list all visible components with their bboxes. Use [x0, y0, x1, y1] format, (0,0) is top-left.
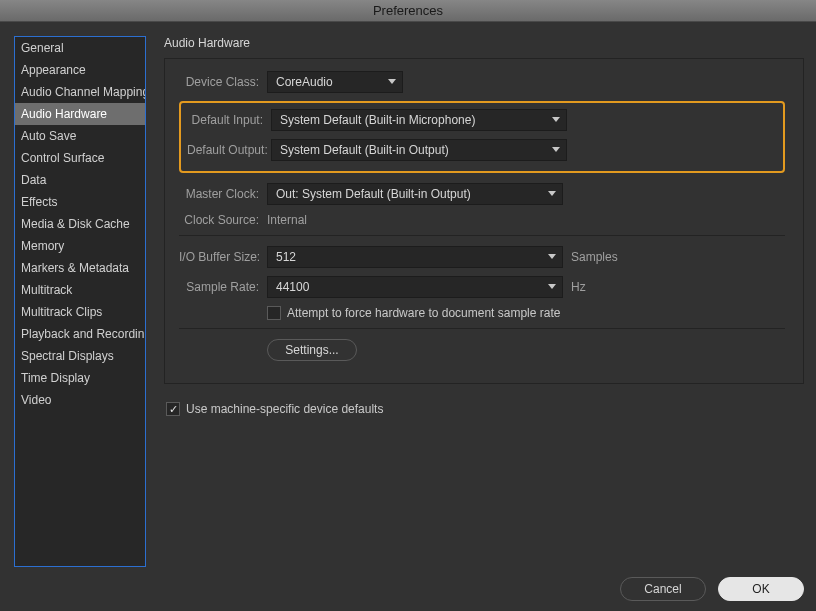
force-hw-checkbox[interactable]	[267, 306, 281, 320]
cancel-button-label: Cancel	[644, 582, 681, 596]
sidebar-item-playback-and-recording[interactable]: Playback and Recording	[15, 323, 145, 345]
svg-marker-0	[388, 79, 396, 84]
row-machine-defaults: Use machine-specific device defaults	[166, 402, 804, 416]
chevron-down-icon	[548, 284, 556, 290]
row-io-buffer: I/O Buffer Size: 512 Samples	[179, 246, 785, 268]
default-input-dropdown[interactable]: System Default (Built-in Microphone)	[271, 109, 567, 131]
sidebar-item-spectral-displays[interactable]: Spectral Displays	[15, 345, 145, 367]
settings-button[interactable]: Settings...	[267, 339, 357, 361]
window-title: Preferences	[373, 3, 443, 18]
row-device-class: Device Class: CoreAudio	[179, 71, 785, 93]
sample-rate-dropdown[interactable]: 44100	[267, 276, 563, 298]
row-force-hw: Attempt to force hardware to document sa…	[179, 306, 785, 320]
row-default-input: Default Input: System Default (Built-in …	[187, 109, 775, 131]
titlebar: Preferences	[0, 0, 816, 22]
machine-defaults-label: Use machine-specific device defaults	[186, 402, 383, 416]
row-default-output: Default Output: System Default (Built-in…	[187, 139, 775, 161]
io-buffer-value: 512	[276, 250, 296, 264]
master-clock-dropdown[interactable]: Out: System Default (Built-in Output)	[267, 183, 563, 205]
io-buffer-dropdown[interactable]: 512	[267, 246, 563, 268]
chevron-down-icon	[552, 147, 560, 153]
ok-button[interactable]: OK	[718, 577, 804, 601]
svg-marker-1	[552, 117, 560, 122]
columns: GeneralAppearanceAudio Channel MappingAu…	[14, 36, 804, 567]
sidebar-item-effects[interactable]: Effects	[15, 191, 145, 213]
io-buffer-suffix: Samples	[571, 250, 618, 264]
cancel-button[interactable]: Cancel	[620, 577, 706, 601]
clock-source-value: Internal	[267, 213, 307, 227]
device-class-value: CoreAudio	[276, 75, 333, 89]
io-highlight-box: Default Input: System Default (Built-in …	[179, 101, 785, 173]
sidebar-item-media-disk-cache[interactable]: Media & Disk Cache	[15, 213, 145, 235]
default-output-value: System Default (Built-in Output)	[280, 143, 449, 157]
row-settings: Settings...	[179, 339, 785, 361]
sidebar-item-audio-channel-mapping[interactable]: Audio Channel Mapping	[15, 81, 145, 103]
default-output-label: Default Output:	[187, 143, 271, 157]
chevron-down-icon	[388, 79, 396, 85]
svg-marker-2	[552, 147, 560, 152]
device-class-dropdown[interactable]: CoreAudio	[267, 71, 403, 93]
device-class-label: Device Class:	[179, 75, 267, 89]
sidebar-item-auto-save[interactable]: Auto Save	[15, 125, 145, 147]
sidebar-item-video[interactable]: Video	[15, 389, 145, 411]
default-input-label: Default Input:	[187, 113, 271, 127]
master-clock-label: Master Clock:	[179, 187, 267, 201]
master-clock-value: Out: System Default (Built-in Output)	[276, 187, 471, 201]
sample-rate-suffix: Hz	[571, 280, 586, 294]
separator	[179, 235, 785, 236]
chevron-down-icon	[552, 117, 560, 123]
sidebar-item-multitrack[interactable]: Multitrack	[15, 279, 145, 301]
clock-source-label: Clock Source:	[179, 213, 267, 227]
sidebar-item-memory[interactable]: Memory	[15, 235, 145, 257]
chevron-down-icon	[548, 191, 556, 197]
sidebar-item-general[interactable]: General	[15, 37, 145, 59]
force-hw-label: Attempt to force hardware to document sa…	[287, 306, 560, 320]
sample-rate-value: 44100	[276, 280, 309, 294]
machine-defaults-checkbox[interactable]	[166, 402, 180, 416]
separator	[179, 328, 785, 329]
category-sidebar: GeneralAppearanceAudio Channel MappingAu…	[14, 36, 146, 567]
sidebar-item-control-surface[interactable]: Control Surface	[15, 147, 145, 169]
row-master-clock: Master Clock: Out: System Default (Built…	[179, 183, 785, 205]
dialog-footer: Cancel OK	[14, 567, 804, 601]
sidebar-item-appearance[interactable]: Appearance	[15, 59, 145, 81]
default-output-dropdown[interactable]: System Default (Built-in Output)	[271, 139, 567, 161]
sidebar-item-markers-metadata[interactable]: Markers & Metadata	[15, 257, 145, 279]
svg-marker-4	[548, 254, 556, 259]
sidebar-item-data[interactable]: Data	[15, 169, 145, 191]
svg-marker-5	[548, 284, 556, 289]
panel-title: Audio Hardware	[164, 36, 804, 50]
settings-button-label: Settings...	[285, 343, 338, 357]
dialog-body: GeneralAppearanceAudio Channel MappingAu…	[0, 22, 816, 611]
io-buffer-label: I/O Buffer Size:	[179, 250, 267, 264]
svg-marker-3	[548, 191, 556, 196]
ok-button-label: OK	[752, 582, 769, 596]
sample-rate-label: Sample Rate:	[179, 280, 267, 294]
chevron-down-icon	[548, 254, 556, 260]
sidebar-item-audio-hardware[interactable]: Audio Hardware	[15, 103, 145, 125]
sidebar-item-multitrack-clips[interactable]: Multitrack Clips	[15, 301, 145, 323]
default-input-value: System Default (Built-in Microphone)	[280, 113, 475, 127]
row-clock-source: Clock Source: Internal	[179, 213, 785, 227]
row-sample-rate: Sample Rate: 44100 Hz	[179, 276, 785, 298]
sidebar-item-time-display[interactable]: Time Display	[15, 367, 145, 389]
audio-hardware-group: Device Class: CoreAudio Default Input: S…	[164, 58, 804, 384]
main-panel: Audio Hardware Device Class: CoreAudio D…	[164, 36, 804, 567]
